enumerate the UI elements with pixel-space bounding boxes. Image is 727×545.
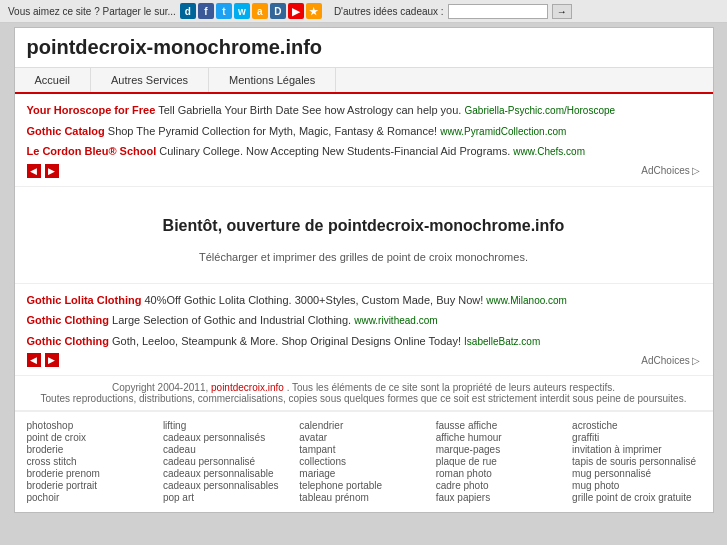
footer-link[interactable]: graffiti [572, 432, 700, 443]
ad-prev-button[interactable]: ◀ [27, 164, 41, 178]
ad-prev-button-bot[interactable]: ◀ [27, 353, 41, 367]
footer-link[interactable]: affiche humour [436, 432, 564, 443]
footer-notice: Toutes reproductions, distributions, com… [41, 393, 687, 404]
footer-col-2: lifting cadeaux personnalisés cadeau cad… [163, 420, 291, 504]
ad-controls-bottom: ◀ ▶ AdChoices ▷ [27, 353, 701, 367]
footer-link[interactable]: plaque de rue [436, 456, 564, 467]
ad-bot-1-url[interactable]: www.Milanoo.com [486, 295, 567, 306]
top-bar-text: Vous aimez ce site ? Partager le sur... [8, 6, 176, 17]
footer-col-5: acrostiche graffiti invitation à imprime… [572, 420, 700, 504]
footer-links: photoshop point de croix broderie cross … [15, 411, 713, 512]
footer-link[interactable]: broderie prenom [27, 468, 155, 479]
footer-link[interactable]: faux papiers [436, 492, 564, 503]
footer-link[interactable]: cadeaux personnalisés [163, 432, 291, 443]
footer-link[interactable]: fausse affiche [436, 420, 564, 431]
footer-link[interactable]: roman photo [436, 468, 564, 479]
copyright-link[interactable]: pointdecroix.info [211, 382, 284, 393]
ad-top-3-body: Culinary College. Now Accepting New Stud… [159, 145, 510, 157]
ad-controls-top: ◀ ▶ AdChoices ▷ [27, 164, 701, 178]
adchoices-top: AdChoices ▷ [641, 165, 700, 176]
main-wrapper: pointdecroix-monochrome.info Accueil Aut… [14, 27, 714, 513]
nav-mentions[interactable]: Mentions Légales [209, 68, 336, 92]
ad-bot-3: Gothic Clothing Goth, Leeloo, Steampunk … [27, 333, 701, 350]
footer-link[interactable]: pop art [163, 492, 291, 503]
ad-top-1-title[interactable]: Your Horoscope for Free [27, 104, 156, 116]
footer-col-1: photoshop point de croix broderie cross … [27, 420, 155, 504]
ad-bot-1: Gothic Lolita Clothing 40%Off Gothic Lol… [27, 292, 701, 309]
gift-text: D'autres idées cadeaux : [334, 6, 444, 17]
ad-bot-1-body: 40%Off Gothic Lolita Clothing. 3000+Styl… [144, 294, 483, 306]
footer-link[interactable]: photoshop [27, 420, 155, 431]
nav-services[interactable]: Autres Services [91, 68, 209, 92]
adchoices-bottom: AdChoices ▷ [641, 355, 700, 366]
footer-link[interactable]: avatar [299, 432, 427, 443]
ad-next-button[interactable]: ▶ [45, 164, 59, 178]
footer-link[interactable]: lifting [163, 420, 291, 431]
footer-link[interactable]: cadre photo [436, 480, 564, 491]
ad-top-1-url[interactable]: Gabriella-Psychic.com/Horoscope [464, 105, 615, 116]
windows-icon[interactable]: w [234, 3, 250, 19]
star-icon[interactable]: ★ [306, 3, 322, 19]
footer-link[interactable]: calendrier [299, 420, 427, 431]
footer-link[interactable]: pochoir [27, 492, 155, 503]
footer-link[interactable]: invitation à imprimer [572, 444, 700, 455]
ad-top-3-title[interactable]: Le Cordon Bleu® School [27, 145, 157, 157]
ad-top-3: Le Cordon Bleu® School Culinary College.… [27, 143, 701, 160]
delicious-icon[interactable]: d [180, 3, 196, 19]
digg-icon[interactable]: D [270, 3, 286, 19]
ad-bot-3-body: Goth, Leeloo, Steampunk & More. Shop Ori… [112, 335, 461, 347]
footer-link[interactable]: telephone portable [299, 480, 427, 491]
footer-link[interactable]: point de croix [27, 432, 155, 443]
footer-link[interactable]: cadeau personnalisé [163, 456, 291, 467]
twitter-icon[interactable]: t [216, 3, 232, 19]
ad-bot-3-url[interactable]: IsabelleBatz.com [464, 336, 540, 347]
footer-link[interactable]: tableau prénom [299, 492, 427, 503]
ads-bottom: Gothic Lolita Clothing 40%Off Gothic Lol… [15, 284, 713, 377]
site-header: pointdecroix-monochrome.info [15, 28, 713, 68]
ad-top-2: Gothic Catalog Shop The Pyramid Collecti… [27, 123, 701, 140]
footer-link[interactable]: mariage [299, 468, 427, 479]
footer-link[interactable]: mug photo [572, 480, 700, 491]
footer-link[interactable]: grille point de croix gratuite [572, 492, 700, 503]
gift-section: D'autres idées cadeaux : → [334, 4, 572, 19]
facebook-icon[interactable]: f [198, 3, 214, 19]
footer-col-4: fausse affiche affiche humour marque-pag… [436, 420, 564, 504]
aim-icon[interactable]: a [252, 3, 268, 19]
footer-link[interactable]: marque-pages [436, 444, 564, 455]
copyright-rest: . Tous les éléments de ce site sont la p… [287, 382, 615, 393]
ad-next-button-bot[interactable]: ▶ [45, 353, 59, 367]
coming-soon-section: Bientôt, ouverture de pointdecroix-monoc… [15, 187, 713, 284]
ad-bot-2-url[interactable]: www.rivithead.com [354, 315, 437, 326]
footer-link[interactable]: tapis de souris personnalisé [572, 456, 700, 467]
footer-link[interactable]: cadeaux personnalisable [163, 468, 291, 479]
social-icons: d f t w a D ▶ ★ [180, 3, 322, 19]
ad-top-2-body: Shop The Pyramid Collection for Myth, Ma… [108, 125, 437, 137]
ad-bot-2: Gothic Clothing Large Selection of Gothi… [27, 312, 701, 329]
gift-submit[interactable]: → [552, 4, 572, 19]
ad-top-1-body: Tell Gabriella Your Birth Date See how A… [158, 104, 461, 116]
gift-input[interactable] [448, 4, 548, 19]
footer-link[interactable]: mug personnalisé [572, 468, 700, 479]
ad-top-2-url[interactable]: www.PyramidCollection.com [440, 126, 566, 137]
main-nav: Accueil Autres Services Mentions Légales [15, 68, 713, 94]
footer-link[interactable]: cross stitch [27, 456, 155, 467]
nav-accueil[interactable]: Accueil [15, 68, 91, 92]
ad-bot-2-title[interactable]: Gothic Clothing [27, 314, 109, 326]
youtube-icon[interactable]: ▶ [288, 3, 304, 19]
copyright-text: Copyright 2004-2011, [112, 382, 208, 393]
footer-link[interactable]: cadeaux personnalisables [163, 480, 291, 491]
ad-top-2-title[interactable]: Gothic Catalog [27, 125, 105, 137]
footer-link[interactable]: acrostiche [572, 420, 700, 431]
ad-bot-1-title[interactable]: Gothic Lolita Clothing [27, 294, 142, 306]
footer-link[interactable]: broderie [27, 444, 155, 455]
coming-soon-body: Télécharger et imprimer des grilles de p… [27, 251, 701, 263]
footer-link[interactable]: cadeau [163, 444, 291, 455]
footer-link[interactable]: broderie portrait [27, 480, 155, 491]
footer-link[interactable]: tampant [299, 444, 427, 455]
ads-top: Your Horoscope for Free Tell Gabriella Y… [15, 94, 713, 187]
ad-top-1: Your Horoscope for Free Tell Gabriella Y… [27, 102, 701, 119]
footer-link[interactable]: collections [299, 456, 427, 467]
ad-bot-3-title[interactable]: Gothic Clothing [27, 335, 109, 347]
ad-top-3-url[interactable]: www.Chefs.com [513, 146, 585, 157]
ad-bot-2-body: Large Selection of Gothic and Industrial… [112, 314, 351, 326]
